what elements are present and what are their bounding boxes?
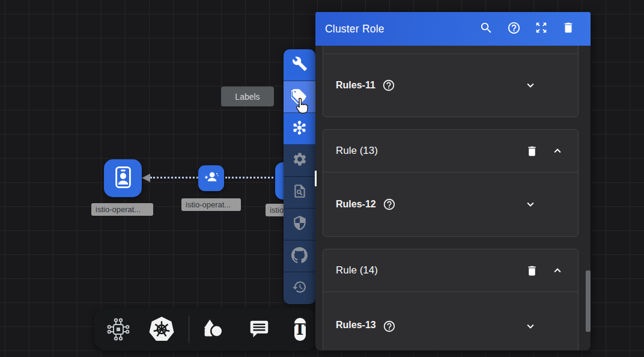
rule-header[interactable]: Rule (13) [323,130,578,172]
vertical-toolbar [284,49,315,304]
rules-row: Rules-11 [323,54,578,117]
github-button[interactable] [284,240,315,272]
rules-label: Rules-13 [336,320,376,331]
shapes-icon[interactable] [201,317,226,342]
tooltip-labels: Labels [221,87,274,106]
edge-arrowhead [142,174,150,182]
search-icon[interactable] [479,21,493,37]
node-cluster-role[interactable] [104,159,142,197]
rule-title: Rule (14) [336,264,378,276]
panel-scrollbar[interactable] [586,270,591,332]
rule-title: Rule (13) [336,145,378,157]
panel-title: Cluster Role [325,23,384,35]
rule-card: Rule (13) Rules-12 [323,129,579,237]
panel-scroll-area[interactable]: Rules-11 Rule (13) [315,46,591,350]
cluster-role-panel: Cluster Role [315,12,591,350]
chevron-down-icon[interactable] [524,198,537,211]
help-outline-icon[interactable] [382,79,395,92]
edge-dotted-1 [150,177,198,178]
rule-header[interactable]: Rule (14) [323,249,578,291]
history-icon [292,279,307,297]
chevron-up-icon[interactable] [551,264,564,277]
id-badge-icon [111,165,136,192]
chevron-down-icon[interactable] [524,320,537,333]
trash-icon[interactable] [526,264,538,277]
service-account-icon [202,168,221,189]
mesh-hub-icon [291,120,308,138]
wrench-tool-button[interactable] [284,49,315,81]
bottom-toolbar: T [94,308,317,350]
node-service-account[interactable] [198,165,224,191]
toolbar-divider [189,316,189,343]
comment-icon[interactable] [248,318,270,341]
rules-label: Rules-12 [336,199,376,210]
kubernetes-icon[interactable] [148,316,175,343]
card-header-clipped[interactable] [323,46,578,53]
security-button[interactable] [284,209,315,240]
text-tool-button[interactable]: T [294,318,306,341]
history-button[interactable] [284,272,315,304]
mesh-tool-button[interactable] [284,113,315,145]
chevron-down-icon[interactable] [524,79,537,92]
canvas[interactable]: istio-operat... istio-operat... istio [0,0,644,357]
rule-card: Rules-11 [323,46,579,117]
rules-row: Rules-13 [323,292,578,350]
scan-document-button[interactable] [284,177,315,209]
panel-left-scroll-indicator[interactable] [315,171,317,186]
node-label: istio-operat... [181,198,241,211]
expand-icon[interactable] [535,21,548,37]
trash-icon[interactable] [526,145,538,157]
scan-document-icon [292,183,308,201]
shield-icon [292,215,308,233]
rules-label: Rules-11 [336,80,375,91]
chevron-up-icon[interactable] [551,144,564,157]
help-icon[interactable] [507,21,521,37]
trash-icon[interactable] [562,21,575,37]
github-icon [291,247,308,266]
node-label: istio-operat... [91,203,153,216]
rules-row: Rules-12 [323,172,578,236]
settings-gear-icon [292,151,308,169]
panel-header: Cluster Role [315,12,591,46]
topology-icon[interactable] [105,316,132,343]
help-outline-icon[interactable] [383,320,396,333]
settings-button[interactable] [284,145,315,177]
rule-card: Rule (14) Rules-13 [323,249,579,350]
mouse-cursor-pointer [292,97,310,115]
wrench-icon [292,56,308,74]
help-outline-icon[interactable] [383,198,396,211]
